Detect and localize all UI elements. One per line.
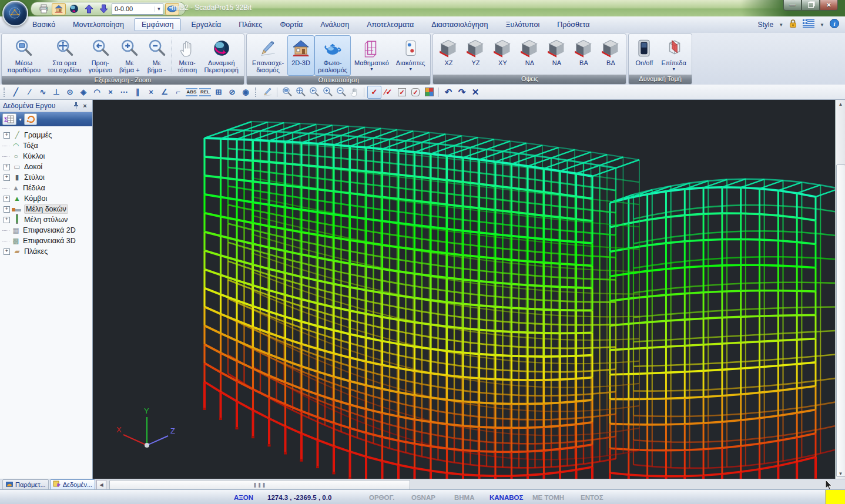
2d-3d-button[interactable]: 2D-3D [287, 35, 314, 76]
snap-none-icon[interactable]: ⊘ [226, 86, 239, 98]
scroll-left-icon[interactable]: ◀ [96, 480, 106, 490]
expand-icon[interactable]: + [4, 196, 10, 202]
zoom-previous-icon[interactable] [307, 86, 320, 98]
μετα--τόπιση-button[interactable]: Μετα- τόπιση [174, 35, 201, 76]
house-icon[interactable] [52, 3, 66, 15]
app-menu-button[interactable] [2, 1, 28, 26]
horizontal-scroll-thumb[interactable]: ❚❚❚ [109, 480, 410, 490]
restore-button[interactable] [802, 0, 820, 11]
pan-hand-icon[interactable] [348, 86, 361, 98]
status-ΜΕ ΤΟΜΗ[interactable]: ΜΕ ΤΟΜΗ [532, 494, 564, 501]
snap-settings-icon[interactable]: ◉ [239, 86, 252, 98]
snap-midpoint-icon[interactable]: ∕ [23, 86, 36, 98]
με-βήμα---button[interactable]: Με βήμα - [143, 35, 170, 76]
tree-item-Επιφανειακά 2D[interactable]: ▦Επιφανειακά 2D [4, 225, 92, 236]
close-button[interactable]: ✕ [820, 0, 838, 11]
snap-parallel-icon[interactable]: ∥ [131, 86, 144, 98]
xy-button[interactable]: XY [489, 35, 516, 75]
status-OSNAP[interactable]: OSNAP [411, 494, 435, 501]
orb-icon[interactable] [68, 4, 81, 15]
select-check-icon[interactable]: ✓ [367, 86, 381, 99]
horizontal-scrollbar[interactable]: ◀ ❚❚❚ [95, 479, 845, 489]
στα-ορια-του-σχεδίου-button[interactable]: Στα ορια του σχεδίου [44, 35, 85, 76]
tab-Φορτία[interactable]: Φορτία [272, 18, 310, 31]
snap-rel-icon[interactable]: REL [199, 86, 212, 98]
sigma-table-icon[interactable]: Σ [2, 113, 16, 125]
tab-Ξυλότυποι[interactable]: Ξυλότυποι [498, 18, 547, 31]
tree-item-Μέλη στύλων[interactable]: +Μέλη στύλων [4, 214, 92, 225]
snap-extension-icon[interactable]: ⋯ [118, 86, 130, 98]
style-menu[interactable]: Style [757, 21, 773, 29]
zoom-extents-icon[interactable] [294, 86, 307, 98]
expand-icon[interactable]: + [4, 132, 10, 139]
select-polygon-icon[interactable]: ✓ [409, 86, 422, 98]
status-ΒΗΜΑ[interactable]: ΒΗΜΑ [454, 494, 475, 501]
snap-angle-icon[interactable]: ∠ [158, 86, 171, 98]
snap-center-icon[interactable]: ⊙ [63, 86, 76, 98]
expand-icon[interactable]: + [4, 248, 10, 255]
level-combo[interactable]: 0-0.00 ▼ [112, 4, 163, 15]
zoom-in-icon[interactable] [321, 86, 334, 98]
toolbar-overflow-icon[interactable]: ▾▾ [157, 4, 165, 11]
tab-Πλάκες[interactable]: Πλάκες [231, 18, 270, 31]
snap-endpoint-icon[interactable]: ╱ [9, 86, 22, 98]
info-icon[interactable]: i [830, 19, 839, 31]
snap-intersection-icon[interactable]: × [104, 86, 117, 98]
xz-button[interactable]: XZ [435, 35, 462, 75]
tree-item-Γραμμές[interactable]: +╱Γραμμές [4, 130, 92, 140]
select-line-icon[interactable]: ∕✓ [382, 86, 395, 98]
νδ-button[interactable]: ΝΔ [516, 35, 543, 75]
status-ΟΡΘΟΓ.[interactable]: ΟΡΘΟΓ. [369, 494, 394, 501]
cancel-icon[interactable]: ✕ [469, 86, 482, 98]
pin-icon[interactable] [72, 102, 81, 110]
tab-Πρόσθετα[interactable]: Πρόσθετα [549, 18, 597, 31]
tree-item-Επιφανειακά 3D[interactable]: ▩Επιφανειακά 3D [4, 236, 92, 246]
tree-item-Πέδιλα[interactable]: ▲Πέδιλα [4, 183, 92, 193]
yz-button[interactable]: YZ [462, 35, 489, 75]
redraw-pencil-icon[interactable] [261, 86, 274, 98]
tab-Εμφάνιση[interactable]: Εμφάνιση [134, 18, 182, 31]
tab-Ανάλυση[interactable]: Ανάλυση [313, 18, 357, 31]
tree-item-Πλάκες[interactable]: +▰Πλάκες [4, 246, 92, 257]
zoom-out-icon[interactable] [334, 86, 347, 98]
διακόπτες-button[interactable]: Διακόπτες▼ [393, 35, 429, 76]
δυναμική-περιστροφή-button[interactable]: Δυναμική Περιστροφή [201, 35, 242, 76]
tree-item-Στύλοι[interactable]: +▮Στύλοι [4, 172, 92, 183]
προη--γούμενο-button[interactable]: Προη- γούμενο [85, 35, 116, 76]
φωτο--ρεαλισμός-button[interactable]: Φωτο- ρεαλισμός [314, 35, 351, 76]
toolbar-grip[interactable] [255, 88, 258, 97]
tab-Βασικό[interactable]: Βασικό [25, 18, 63, 31]
snap-apparent-icon[interactable]: × [145, 86, 157, 98]
vertical-scrollbar[interactable]: ▲ ▼ [835, 100, 845, 479]
undo-icon[interactable]: ↶ [442, 86, 455, 98]
status-ΕΝΤΟΣ[interactable]: ΕΝΤΟΣ [581, 494, 603, 501]
chevron-down-icon[interactable]: ▼ [18, 117, 22, 122]
επανασχε--διασμός-button[interactable]: Επανασχε- διασμός [249, 35, 287, 76]
vertical-scroll-thumb[interactable] [836, 164, 845, 477]
tab-Διαστασιολόγηση[interactable]: Διαστασιολόγηση [424, 18, 495, 31]
tree-item-Τόξα[interactable]: ◠Τόξα [4, 140, 92, 151]
select-filter-icon[interactable] [422, 86, 435, 98]
snap-polar-icon[interactable]: ⌐ [172, 86, 185, 98]
scroll-down-icon[interactable]: ▼ [836, 469, 845, 479]
select-rect-icon[interactable]: ✓ [395, 86, 408, 98]
tree-item-Κόμβοι[interactable]: +▲Κόμβοι [4, 193, 92, 204]
expand-icon[interactable]: + [4, 164, 10, 170]
expand-icon[interactable]: + [4, 217, 10, 223]
level-down-arrow-icon[interactable] [97, 4, 110, 15]
tree-item-Δοκοί[interactable]: +▭Δοκοί [4, 162, 92, 172]
on/off-button[interactable]: On/off [631, 35, 658, 75]
tree-item-Κύκλοι[interactable]: ○Κύκλοι [4, 151, 92, 162]
chevron-down-icon[interactable]: ▼ [820, 22, 824, 28]
lock-icon[interactable] [789, 19, 797, 31]
scroll-up-icon[interactable]: ▲ [836, 100, 845, 109]
snap-abs-icon[interactable]: ABS [185, 86, 198, 98]
expand-icon[interactable]: + [4, 206, 10, 213]
chevron-down-icon[interactable]: ▼ [672, 67, 676, 71]
panel-tab-Παράμετ...[interactable]: Παράμετ... [2, 479, 49, 490]
tab-Εργαλεία[interactable]: Εργαλεία [183, 18, 229, 31]
chevron-down-icon[interactable]: ▼ [408, 67, 413, 71]
snap-grid-icon[interactable]: ⊞ [212, 86, 225, 98]
tree-item-Μέλη δοκών[interactable]: +Μέλη δοκών [4, 204, 92, 214]
με-βήμα-+-button[interactable]: Με βήμα + [116, 35, 143, 76]
